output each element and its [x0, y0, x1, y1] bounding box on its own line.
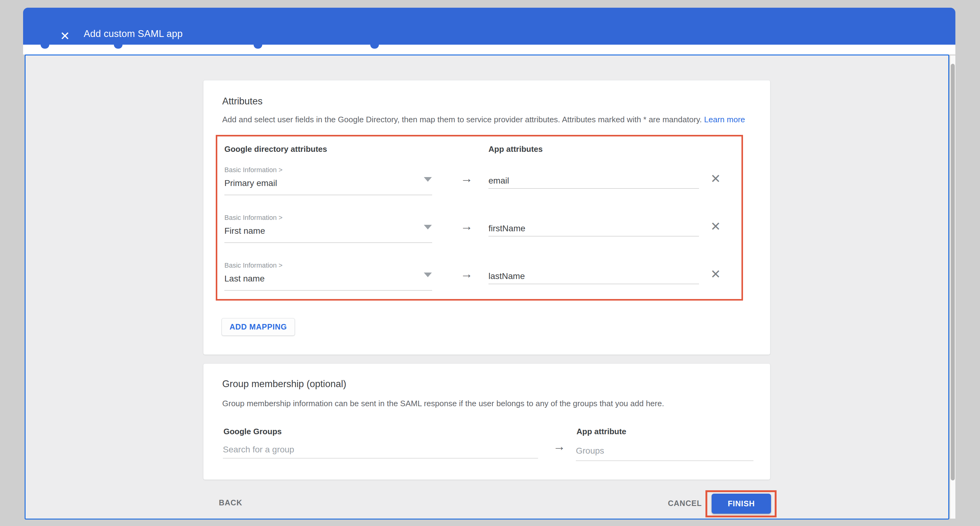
google-attribute-select[interactable]: Basic Information > Last name [224, 261, 434, 292]
mapping-row: Basic Information > First name → ✕ [217, 214, 741, 255]
remove-mapping-icon: ✕ [710, 172, 721, 185]
google-attribute-value: Last name [224, 274, 265, 284]
attribute-category-label: Basic Information > [224, 166, 283, 174]
remove-mapping-icon: ✕ [710, 267, 721, 281]
attributes-card: Attributes Add and select user fields in… [203, 80, 770, 355]
attributes-annotation-box: Google directory attributes App attribut… [216, 135, 743, 301]
remove-mapping-icon: ✕ [710, 220, 721, 233]
google-groups-label: Google Groups [223, 427, 282, 437]
stepper-dot-icon [114, 45, 123, 49]
group-membership-title: Group membership (optional) [222, 378, 346, 390]
chevron-down-icon [424, 177, 432, 182]
add-custom-saml-app-dialog: ✕ Add custom SAML app Attributes Add and… [0, 0, 980, 526]
learn-more-link[interactable]: Learn more [704, 115, 745, 124]
chevron-down-icon [424, 225, 432, 230]
group-membership-card: Group membership (optional) Group member… [203, 363, 770, 480]
mapping-row: Basic Information > Primary email → ✕ [217, 166, 741, 207]
select-underline [224, 242, 432, 243]
cancel-button[interactable]: CANCEL [663, 496, 707, 511]
google-attribute-select[interactable]: Basic Information > Primary email [224, 166, 434, 197]
finish-button[interactable]: FINISH [712, 494, 771, 514]
group-search-input[interactable] [223, 441, 538, 459]
arrow-right-icon: → [552, 439, 567, 454]
scrollbar-track[interactable] [950, 56, 955, 519]
stepper-dot-icon [41, 45, 49, 49]
mapping-row: Basic Information > Last name → ✕ [217, 261, 741, 303]
back-button[interactable]: BACK [214, 495, 247, 510]
close-button[interactable]: ✕ [56, 27, 73, 45]
groups-app-attribute-input[interactable] [576, 441, 754, 461]
google-attribute-value: Primary email [224, 178, 277, 188]
google-attribute-select[interactable]: Basic Information > First name [224, 214, 434, 244]
app-attribute-input[interactable] [488, 221, 699, 236]
group-membership-description: Group membership information can be sent… [222, 398, 755, 409]
stepper-dot-icon [370, 45, 379, 49]
close-icon: ✕ [60, 30, 70, 43]
select-underline [224, 194, 432, 195]
remove-mapping-button[interactable]: ✕ [707, 266, 724, 282]
attributes-card-description: Add and select user fields in the Google… [222, 114, 755, 125]
app-attribute-label: App attribute [576, 427, 626, 437]
select-underline [224, 290, 432, 291]
arrow-right-icon: → [459, 171, 474, 186]
scrollbar-thumb[interactable] [951, 64, 955, 480]
attribute-category-label: Basic Information > [224, 261, 283, 269]
dialog-title: Add custom SAML app [84, 28, 183, 40]
chevron-down-icon [424, 273, 432, 277]
google-attribute-value: First name [224, 226, 265, 236]
app-attribute-input[interactable] [488, 269, 699, 284]
dialog-header: ✕ Add custom SAML app [23, 8, 955, 45]
attribute-category-label: Basic Information > [224, 214, 283, 222]
remove-mapping-button[interactable]: ✕ [707, 218, 724, 235]
add-mapping-button[interactable]: ADD MAPPING [222, 318, 295, 336]
google-directory-attributes-header: Google directory attributes [224, 144, 327, 154]
attributes-card-title: Attributes [222, 96, 262, 107]
attributes-description-text: Add and select user fields in the Google… [222, 115, 702, 124]
stepper-dot-icon [254, 45, 262, 49]
arrow-right-icon: → [459, 218, 474, 233]
app-attributes-header: App attributes [488, 144, 542, 154]
stepper-strip [23, 45, 955, 54]
remove-mapping-button[interactable]: ✕ [707, 170, 724, 187]
app-attribute-input[interactable] [488, 174, 699, 189]
arrow-right-icon: → [459, 266, 474, 281]
